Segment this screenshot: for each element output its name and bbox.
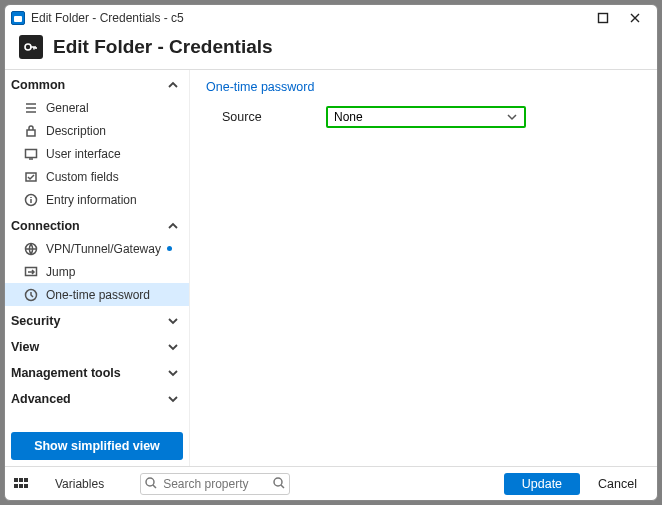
svg-rect-10 <box>19 478 23 482</box>
lock-icon <box>23 123 38 138</box>
section-common[interactable]: Common <box>5 70 189 96</box>
svg-rect-0 <box>599 14 608 23</box>
svg-rect-3 <box>25 149 36 157</box>
nav-vpn-tunnel-gateway[interactable]: VPN/Tunnel/Gateway <box>5 237 189 260</box>
jump-icon <box>23 264 38 279</box>
window-title: Edit Folder - Credentials - c5 <box>31 11 184 25</box>
section-security[interactable]: Security <box>5 306 189 332</box>
chevron-down-icon <box>167 341 179 353</box>
grid-icon[interactable] <box>13 476 29 492</box>
source-row: Source None <box>206 106 641 128</box>
nav-entry-information[interactable]: Entry information <box>5 188 189 211</box>
update-button[interactable]: Update <box>504 473 580 495</box>
dialog-title: Edit Folder - Credentials <box>53 36 273 58</box>
nav-tree: Common General Description User interfac… <box>5 70 189 426</box>
source-label: Source <box>206 110 326 124</box>
svg-rect-12 <box>14 484 18 488</box>
info-icon <box>23 192 38 207</box>
app-icon <box>11 11 25 25</box>
svg-point-1 <box>25 44 31 50</box>
show-simplified-view-button[interactable]: Show simplified view <box>11 432 183 460</box>
main-panel: One-time password Source None <box>190 70 657 466</box>
chevron-down-icon <box>167 393 179 405</box>
list-icon <box>23 100 38 115</box>
chevron-down-icon <box>506 111 518 123</box>
section-advanced[interactable]: Advanced <box>5 384 189 410</box>
source-select[interactable]: None <box>326 106 526 128</box>
simplified-view-row: Show simplified view <box>5 426 189 466</box>
svg-rect-9 <box>14 478 18 482</box>
chevron-down-icon <box>167 367 179 379</box>
section-view[interactable]: View <box>5 332 189 358</box>
section-management-tools[interactable]: Management tools <box>5 358 189 384</box>
monitor-icon <box>23 146 38 161</box>
search-wrap <box>140 473 290 495</box>
dialog-body: Common General Description User interfac… <box>5 70 657 466</box>
chevron-up-icon <box>167 220 179 232</box>
nav-custom-fields[interactable]: Custom fields <box>5 165 189 188</box>
chevron-down-icon <box>167 315 179 327</box>
chevron-up-icon <box>167 79 179 91</box>
change-indicator-dot <box>167 246 172 251</box>
title-bar: Edit Folder - Credentials - c5 <box>5 5 657 31</box>
nav-one-time-password[interactable]: One-time password <box>5 283 189 306</box>
source-select-value: None <box>334 110 363 124</box>
search-icon <box>144 476 158 490</box>
variables-button[interactable]: Variables <box>35 477 134 491</box>
nav-general[interactable]: General <box>5 96 189 119</box>
cancel-button[interactable]: Cancel <box>586 473 649 495</box>
clock-icon <box>23 287 38 302</box>
search-input[interactable] <box>140 473 290 495</box>
section-title-link[interactable]: One-time password <box>206 80 641 94</box>
sidebar: Common General Description User interfac… <box>5 70 190 466</box>
section-connection[interactable]: Connection <box>5 211 189 237</box>
credentials-icon <box>19 35 43 59</box>
svg-rect-11 <box>24 478 28 482</box>
globe-icon <box>23 241 38 256</box>
svg-rect-13 <box>19 484 23 488</box>
footer-bar: Variables Update Cancel <box>5 466 657 500</box>
svg-point-15 <box>146 478 154 486</box>
dialog-header: Edit Folder - Credentials <box>5 31 657 70</box>
clear-search-icon[interactable] <box>272 476 286 490</box>
maximize-button[interactable] <box>587 6 619 30</box>
nav-jump[interactable]: Jump <box>5 260 189 283</box>
svg-point-16 <box>274 478 282 486</box>
svg-rect-2 <box>27 130 35 136</box>
window: Edit Folder - Credentials - c5 Edit Fold… <box>4 4 658 501</box>
nav-user-interface[interactable]: User interface <box>5 142 189 165</box>
close-button[interactable] <box>619 6 651 30</box>
edit-icon <box>23 169 38 184</box>
nav-description[interactable]: Description <box>5 119 189 142</box>
svg-rect-14 <box>24 484 28 488</box>
